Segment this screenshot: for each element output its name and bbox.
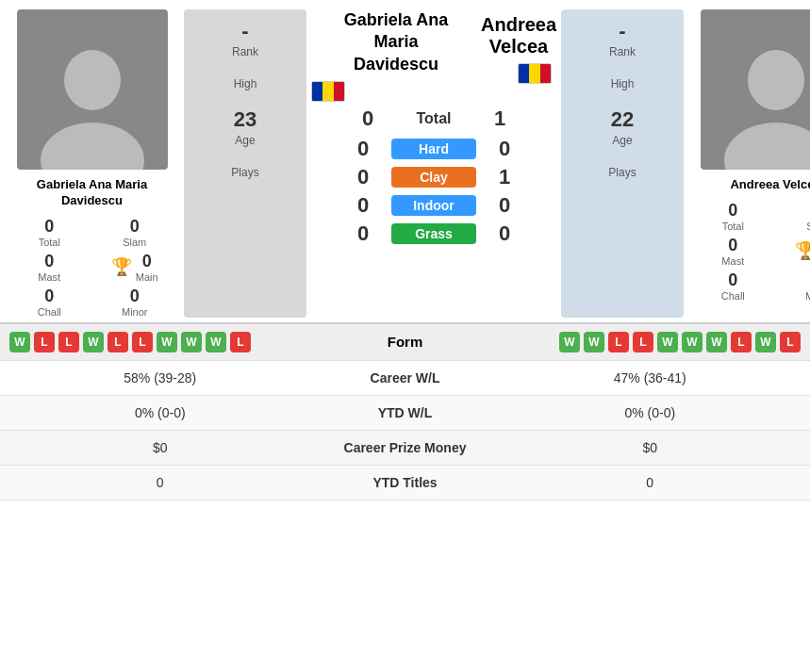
form-badge-w: W (755, 332, 776, 352)
stats-card-right: - Rank High 22 Age Plays (561, 9, 684, 318)
form-badge-w: W (206, 332, 226, 352)
hard-row: 0 Hard 0 (311, 137, 556, 161)
right-rank-value: - (619, 19, 625, 43)
form-badge-w: W (682, 332, 703, 352)
player-left: Gabriela Ana Maria Davidescu 0 Total 0 S… (5, 9, 179, 318)
player2-minor-label: Minor (805, 290, 810, 302)
career-wl-label: Career W/L (302, 370, 509, 385)
right-high-label: High (611, 77, 635, 90)
ytd-titles-row: 0 YTD Titles 0 (0, 466, 810, 500)
player1-mast-cell: 0 Mast (14, 252, 85, 283)
form-badge-w: W (181, 332, 202, 352)
left-high-label: High (234, 77, 257, 90)
form-badge-w: W (584, 332, 604, 352)
player1-minor-label: Minor (122, 306, 148, 318)
form-badge-l: L (34, 332, 55, 352)
player1-mast-label: Mast (38, 271, 60, 283)
right-rank: - Rank (609, 19, 636, 58)
form-badge-l: L (633, 332, 653, 352)
left-age-value: 23 (234, 107, 256, 132)
player2-chall-label: Chall (721, 290, 745, 302)
player1-slam-label: Slam (123, 237, 146, 248)
player2-avatar (701, 9, 810, 170)
form-badge-w: W (559, 332, 580, 352)
left-plays-label: Plays (231, 166, 258, 179)
player1-avatar (17, 9, 168, 170)
career-wl-row: 58% (39-28) Career W/L 47% (36-41) (0, 361, 810, 396)
left-rank: - Rank (232, 19, 258, 58)
trophy-row-2: 🏆 0 Main (784, 236, 810, 267)
player2-slam-cell: 0 Slam (784, 201, 810, 232)
prize-row: $0 Career Prize Money $0 (0, 431, 810, 466)
ytd-wl-left: 0% (0-0) (19, 405, 302, 420)
form-badge-w: W (9, 332, 30, 352)
right-plays-label: Plays (608, 166, 636, 179)
player-right: Andreea Velcea 0 Total 0 Slam 0 Mast 🏆 (688, 9, 810, 318)
player2-total-cell: 0 Total (698, 201, 769, 232)
form-badge-w: W (706, 332, 727, 352)
grass-right: 0 (486, 221, 523, 246)
player1-name: Gabriela Ana Maria Davidescu (5, 177, 179, 209)
left-age-label: Age (235, 134, 255, 147)
player2-mast-cell: 0 Mast (698, 236, 769, 267)
form-badge-w: W (83, 332, 104, 352)
form-badge-l: L (230, 332, 251, 352)
form-badge-l: L (132, 332, 153, 352)
total-score-row: 0 Total 1 (311, 107, 556, 131)
svg-point-2 (748, 50, 804, 110)
right-rank-label: Rank (609, 45, 636, 58)
ytd-wl-right: 0% (0-0) (509, 405, 792, 420)
form-badge-l: L (731, 332, 752, 352)
right-plays: Plays (608, 164, 636, 179)
ytd-titles-right: 0 (509, 475, 792, 490)
indoor-button: Indoor (391, 195, 476, 216)
player2-total-label: Total (722, 221, 744, 232)
ytd-titles-left: 0 (19, 475, 302, 490)
player1-slam: 0 (130, 217, 140, 237)
form-right: WWLLWWWLWL (500, 332, 802, 352)
surface-rows: 0 Hard 0 0 Clay 1 0 Indoor 0 0 Grass (311, 137, 556, 246)
player1-center-name: Gabriela AnaMariaDavidescu (311, 9, 481, 102)
player2-mast-label: Mast (721, 255, 744, 267)
player1-main-label: Main (136, 271, 158, 283)
player1-minor-cell: 0 Minor (100, 287, 171, 318)
clay-button: Clay (391, 167, 476, 188)
ytd-wl-label: YTD W/L (302, 405, 509, 420)
grass-left: 0 (344, 221, 382, 246)
player2-display-name: Andreea Velcea (481, 14, 556, 57)
player2-chall: 0 (728, 270, 737, 290)
player1-minor: 0 (130, 287, 140, 306)
player1-slam-cell: 0 Slam (100, 217, 171, 248)
indoor-right: 0 (486, 193, 523, 218)
form-badge-l: L (58, 332, 79, 352)
prize-left: $0 (19, 440, 302, 455)
right-age: 22 Age (611, 107, 634, 147)
career-wl-left: 58% (39-28) (19, 370, 302, 385)
center-panel: Gabriela AnaMariaDavidescu Andreea Velce… (311, 9, 556, 318)
player2-slam-label: Slam (806, 221, 810, 232)
clay-row: 0 Clay 1 (311, 165, 556, 189)
player2-flag (481, 63, 556, 84)
trophy-row: 🏆 0 Main (100, 252, 171, 283)
career-wl-right: 47% (36-41) (509, 370, 792, 385)
left-rank-value: - (241, 19, 248, 43)
player1-chall: 0 (44, 287, 54, 306)
form-badge-l: L (780, 332, 801, 352)
player1-display-name: Gabriela AnaMariaDavidescu (311, 9, 481, 75)
player1-mast: 0 (44, 252, 54, 271)
ytd-titles-label: YTD Titles (302, 475, 509, 490)
player2-total: 0 (728, 201, 737, 221)
player2-chall-cell: 0 Chall (698, 270, 769, 302)
left-high: High (234, 75, 257, 90)
player1-main: 0 (142, 252, 152, 271)
svg-point-0 (64, 50, 121, 110)
right-age-value: 22 (611, 107, 634, 132)
indoor-row: 0 Indoor 0 (311, 193, 556, 218)
stats-card-left: - Rank High 23 Age Plays (184, 9, 306, 318)
prize-label: Career Prize Money (302, 440, 509, 455)
prize-right: $0 (509, 440, 792, 455)
player1-chall-cell: 0 Chall (14, 287, 85, 318)
left-rank-label: Rank (232, 45, 258, 58)
player1-stats: 0 Total 0 Slam 0 Mast 🏆 0 Main (5, 217, 179, 318)
total-score-right: 1 (481, 107, 519, 131)
